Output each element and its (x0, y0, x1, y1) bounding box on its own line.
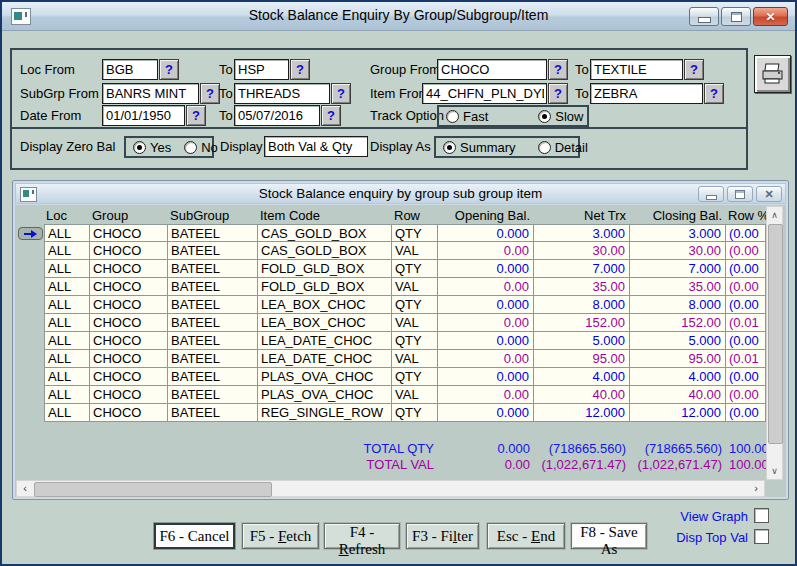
cell-subgroup: BATEEL (168, 350, 258, 368)
cell-loc: ALL (44, 404, 90, 422)
table-row[interactable]: ALLCHOCOBATEELFOLD_GLD_BOXVAL0.0035.0035… (15, 278, 766, 296)
scroll-right-icon[interactable]: › (748, 481, 764, 496)
cell-closing: 95.00 (630, 350, 726, 368)
loc-to-input[interactable] (234, 59, 289, 80)
subgrp-to-lov-button[interactable]: ? (331, 83, 351, 104)
radio-label: Slow (555, 109, 583, 124)
cell-loc: ALL (44, 242, 90, 260)
group-to-lov-button[interactable]: ? (684, 59, 704, 80)
group-from-label: Group From (370, 62, 440, 77)
cell-group: CHOCO (90, 296, 168, 314)
cell-group: CHOCO (90, 314, 168, 332)
horizontal-scrollbar[interactable]: ‹ › (16, 480, 765, 497)
cell-group: CHOCO (90, 368, 168, 386)
action-button-f6-cancel[interactable]: F6 - Cancel (154, 523, 235, 549)
cell-opening: 0.00 (438, 242, 534, 260)
display-as-label: Display As (370, 139, 431, 154)
vertical-scrollbar[interactable]: ∧ ∨ (766, 206, 783, 480)
filters-panel: Loc From ? To ? Group From ? To ? SubGrp… (10, 48, 748, 170)
action-button-esc-end[interactable]: Esc - End (487, 523, 565, 549)
item-from-lov-button[interactable]: ? (548, 83, 568, 104)
radio-option-fast[interactable]: Fast (446, 109, 488, 124)
table-row[interactable]: ALLCHOCOBATEELPLAS_OVA_CHOCQTY0.0004.000… (15, 368, 766, 386)
radio-option-yes[interactable]: Yes (133, 140, 171, 155)
display-input[interactable] (264, 136, 368, 157)
radio-label: Yes (150, 140, 171, 155)
action-button-f4-refresh[interactable]: F4 - Refresh (324, 523, 400, 549)
cell-item: REG_SINGLE_ROW (258, 404, 392, 422)
radio-option-summary[interactable]: Summary (443, 140, 516, 155)
date-from-lov-button[interactable]: ? (186, 105, 206, 126)
cell-item: PLAS_OVA_CHOC (258, 386, 392, 404)
date-to-input[interactable] (234, 105, 320, 126)
close-button[interactable]: ✕ (753, 7, 788, 26)
cell-subgroup: BATEEL (168, 386, 258, 404)
group-from-lov-button[interactable]: ? (548, 59, 568, 80)
date-to-lov-button[interactable]: ? (321, 105, 341, 126)
result-minimize-button[interactable] (698, 186, 724, 202)
totals-closing: (718665.560) (630, 441, 726, 457)
cell-item: FOLD_GLD_BOX (258, 260, 392, 278)
subgrp-to-input[interactable] (234, 83, 330, 104)
date-from-input[interactable] (102, 105, 185, 126)
table-row[interactable]: ALLCHOCOBATEELREG_SINGLE_ROWQTY0.00012.0… (15, 404, 766, 422)
table-row[interactable]: ALLCHOCOBATEELCAS_GOLD_BOXQTY0.0003.0003… (15, 224, 766, 242)
cell-subgroup: BATEEL (168, 368, 258, 386)
table-row[interactable]: ALLCHOCOBATEELLEA_BOX_CHOCVAL0.00152.001… (15, 314, 766, 332)
maximize-button[interactable] (721, 7, 751, 26)
subgrp-from-lov-button[interactable]: ? (200, 83, 220, 104)
record-selector-icon[interactable] (18, 227, 43, 240)
cell-loc: ALL (44, 314, 90, 332)
radio-option-slow[interactable]: Slow (538, 109, 583, 124)
cell-row: VAL (392, 350, 438, 368)
scroll-down-icon[interactable]: ∨ (767, 463, 782, 479)
column-header: Item Code (258, 208, 392, 224)
result-maximize-button[interactable] (727, 186, 753, 202)
cell-subgroup: BATEEL (168, 242, 258, 260)
scroll-up-icon[interactable]: ∧ (767, 207, 782, 223)
column-header: Net Trx (534, 208, 630, 224)
checkbox-disp-top-val[interactable] (754, 529, 769, 544)
checkbox-view-graph[interactable] (754, 508, 769, 523)
table-row[interactable]: ALLCHOCOBATEELLEA_DATE_CHOCVAL0.0095.009… (15, 350, 766, 368)
action-button-f5-fetch[interactable]: F5 - Fetch (242, 523, 319, 549)
subgrp-from-input[interactable] (102, 83, 199, 104)
radio-icon (133, 141, 146, 154)
cell-item: LEA_BOX_CHOC (258, 296, 392, 314)
minimize-button[interactable] (689, 7, 719, 26)
table-row[interactable]: ALLCHOCOBATEELLEA_BOX_CHOCQTY0.0008.0008… (15, 296, 766, 314)
horizontal-scroll-thumb[interactable] (34, 482, 272, 497)
side-option-label: Disp Top Val (676, 530, 748, 545)
cell-loc: ALL (44, 224, 90, 242)
action-button-f3-filter[interactable]: F3 - Filter (406, 523, 479, 549)
cell-group: CHOCO (90, 278, 168, 296)
table-row[interactable]: ALLCHOCOBATEELCAS_GOLD_BOXVAL0.0030.0030… (15, 242, 766, 260)
cell-loc: ALL (44, 368, 90, 386)
table-row[interactable]: ALLCHOCOBATEELFOLD_GLD_BOXQTY0.0007.0007… (15, 260, 766, 278)
loc-to-lov-button[interactable]: ? (290, 59, 310, 80)
item-to-lov-button[interactable]: ? (704, 83, 724, 104)
column-header: SubGroup (168, 208, 258, 224)
item-to-input[interactable] (590, 83, 703, 104)
scroll-left-icon[interactable]: ‹ (17, 481, 33, 496)
item-from-input[interactable] (422, 83, 547, 104)
result-titlebar: Stock Balance enquiry by group sub group… (15, 183, 786, 204)
loc-from-input[interactable] (102, 59, 158, 80)
table-row[interactable]: ALLCHOCOBATEELPLAS_OVA_CHOCVAL0.0040.004… (15, 386, 766, 404)
radio-option-detail[interactable]: Detail (538, 140, 588, 155)
cell-opening: 0.000 (438, 404, 534, 422)
cell-rowpct: (0.00 (726, 242, 766, 260)
radio-option-no[interactable]: No (184, 140, 218, 155)
group-from-input[interactable] (437, 59, 547, 80)
table-row[interactable]: ALLCHOCOBATEELLEA_DATE_CHOCQTY0.0005.000… (15, 332, 766, 350)
loc-from-lov-button[interactable]: ? (159, 59, 179, 80)
print-button[interactable] (754, 55, 791, 93)
vertical-scroll-thumb[interactable] (768, 224, 783, 444)
cell-closing: 35.00 (630, 278, 726, 296)
result-close-button[interactable]: ✕ (756, 186, 782, 202)
cell-rowpct: (0.01 (726, 314, 766, 332)
side-option: Disp Top Val (612, 529, 772, 546)
cell-opening: 0.000 (438, 260, 534, 278)
group-to-input[interactable] (590, 59, 683, 80)
cell-group: CHOCO (90, 260, 168, 278)
